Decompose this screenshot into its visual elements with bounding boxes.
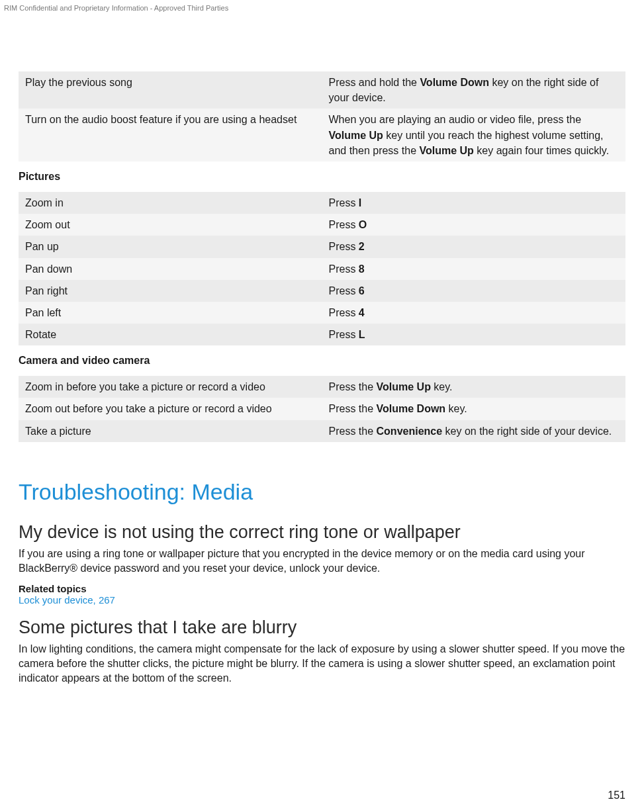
camera-heading: Camera and video camera bbox=[19, 355, 625, 367]
key-name: 4 bbox=[359, 307, 365, 318]
instruction-cell: Press 6 bbox=[322, 280, 626, 302]
instruction-cell: Press 4 bbox=[322, 302, 626, 324]
topic-body: In low lighting conditions, the camera m… bbox=[19, 642, 625, 686]
action-cell: Zoom in bbox=[19, 192, 322, 214]
key-name: I bbox=[359, 197, 361, 208]
text: Press bbox=[329, 197, 359, 208]
instruction-cell: Press 2 bbox=[322, 236, 626, 257]
text: Press bbox=[329, 307, 359, 318]
table-row: Zoom out before you take a picture or re… bbox=[19, 398, 625, 420]
related-topic-link[interactable]: Lock your device, 267 bbox=[19, 594, 625, 606]
instruction-cell: When you are playing an audio or video f… bbox=[322, 109, 626, 161]
text: Press and hold the bbox=[329, 77, 420, 88]
text: When you are playing an audio or video f… bbox=[329, 114, 582, 125]
text: Press the bbox=[329, 381, 377, 392]
key-name: Volume Down bbox=[377, 403, 446, 414]
key-name: 6 bbox=[359, 285, 365, 296]
instruction-cell: Press 8 bbox=[322, 258, 626, 280]
text: key. bbox=[445, 403, 467, 414]
action-cell: Pan down bbox=[19, 258, 322, 280]
table-row: Take a picturePress the Convenience key … bbox=[19, 420, 625, 442]
table-row: Zoom in before you take a picture or rec… bbox=[19, 376, 625, 398]
instruction-cell: Press I bbox=[322, 192, 626, 214]
action-cell: Zoom in before you take a picture or rec… bbox=[19, 376, 322, 398]
instruction-cell: Press L bbox=[322, 324, 626, 345]
audio-shortcuts-table: Play the previous song Press and hold th… bbox=[19, 71, 625, 161]
text: Press bbox=[329, 241, 359, 252]
table-row: RotatePress L bbox=[19, 324, 625, 345]
action-cell: Pan right bbox=[19, 280, 322, 302]
table-row: Pan rightPress 6 bbox=[19, 280, 625, 302]
text: Press bbox=[329, 263, 359, 275]
instruction-cell: Press the Volume Down key. bbox=[322, 398, 626, 420]
confidentiality-header: RIM Confidential and Proprietary Informa… bbox=[4, 4, 228, 12]
action-cell: Pan left bbox=[19, 302, 322, 324]
action-cell: Take a picture bbox=[19, 420, 322, 442]
action-cell: Zoom out before you take a picture or re… bbox=[19, 398, 322, 420]
table-row: Turn on the audio boost feature if you a… bbox=[19, 109, 625, 161]
action-cell: Rotate bbox=[19, 324, 322, 345]
section-heading: Troubleshooting: Media bbox=[19, 479, 625, 505]
action-cell: Zoom out bbox=[19, 214, 322, 236]
document-page: RIM Confidential and Proprietary Informa… bbox=[0, 0, 644, 812]
topic-heading: My device is not using the correct ring … bbox=[19, 522, 625, 543]
text: key. bbox=[431, 381, 453, 392]
text: Press the bbox=[329, 426, 377, 437]
text: Press bbox=[329, 285, 359, 296]
action-cell: Play the previous song bbox=[19, 71, 322, 109]
pictures-shortcuts-table: Zoom inPress I Zoom outPress O Pan upPre… bbox=[19, 192, 625, 345]
table-row: Pan leftPress 4 bbox=[19, 302, 625, 324]
text: key again four times quickly. bbox=[474, 145, 609, 156]
key-name: Volume Down bbox=[420, 77, 489, 88]
key-name: L bbox=[359, 329, 365, 340]
key-name: Volume Up bbox=[377, 381, 431, 392]
camera-shortcuts-table: Zoom in before you take a picture or rec… bbox=[19, 376, 625, 442]
pictures-heading: Pictures bbox=[19, 171, 625, 183]
action-cell: Turn on the audio boost feature if you a… bbox=[19, 109, 322, 161]
page-content: Play the previous song Press and hold th… bbox=[19, 0, 625, 686]
related-topics-label: Related topics bbox=[19, 583, 625, 594]
page-number: 151 bbox=[608, 789, 625, 801]
table-row: Pan upPress 2 bbox=[19, 236, 625, 257]
text: Press bbox=[329, 329, 359, 340]
key-name: 8 bbox=[359, 263, 365, 275]
text: Press the bbox=[329, 403, 377, 414]
instruction-cell: Press O bbox=[322, 214, 626, 236]
key-name: Convenience bbox=[377, 426, 443, 437]
instruction-cell: Press the Convenience key on the right s… bbox=[322, 420, 626, 442]
key-name: Volume Up bbox=[419, 145, 473, 156]
key-name: O bbox=[359, 219, 367, 230]
instruction-cell: Press the Volume Up key. bbox=[322, 376, 626, 398]
topic-body: If you are using a ring tone or wallpape… bbox=[19, 547, 625, 576]
instruction-cell: Press and hold the Volume Down key on th… bbox=[322, 71, 626, 109]
topic-heading: Some pictures that I take are blurry bbox=[19, 617, 625, 638]
action-cell: Pan up bbox=[19, 236, 322, 257]
table-row: Play the previous song Press and hold th… bbox=[19, 71, 625, 109]
table-row: Pan downPress 8 bbox=[19, 258, 625, 280]
key-name: Volume Up bbox=[329, 130, 383, 141]
table-row: Zoom inPress I bbox=[19, 192, 625, 214]
text: key on the right side of your device. bbox=[442, 426, 612, 437]
key-name: 2 bbox=[359, 241, 365, 252]
text: Press bbox=[329, 219, 359, 230]
table-row: Zoom outPress O bbox=[19, 214, 625, 236]
